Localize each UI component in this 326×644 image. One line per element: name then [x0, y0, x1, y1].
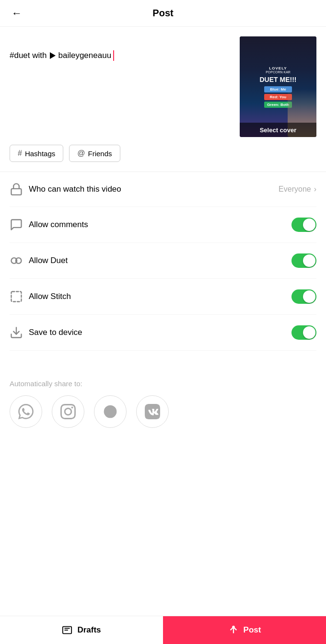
drafts-button[interactable]: Drafts [0, 616, 163, 644]
tag-buttons-area: # Hashtags @ Friends [0, 145, 326, 172]
thumb-line-1: LOVELY [269, 66, 287, 70]
save-toggle[interactable] [291, 325, 316, 340]
thumbnail-inner: LOVELY POPCORN KAR DUET ME!!! Blue: Me R… [240, 36, 316, 137]
hashtag-icon: # [18, 149, 22, 158]
page-title: Post [152, 8, 173, 19]
friends-button[interactable]: @ Friends [69, 145, 120, 162]
lock-icon [10, 183, 29, 196]
back-button[interactable]: ← [10, 5, 24, 22]
at-icon: @ [77, 149, 85, 158]
username-tag: baileygeneauu [58, 49, 112, 62]
setting-row-save[interactable]: Save to device [10, 315, 316, 351]
caption-input-area[interactable]: #duet with baileygeneauu [10, 36, 234, 75]
watch-label: Who can watch this video [29, 184, 279, 194]
share-section: Automatically share to: [0, 370, 326, 434]
thumb-line-3: DUET ME!!! [260, 76, 297, 83]
drafts-icon [62, 625, 72, 635]
watch-value-area: Everyone › [279, 185, 316, 194]
back-icon: ← [12, 7, 22, 19]
crosspost-icon [103, 404, 118, 419]
spacer [0, 351, 326, 370]
save-label: Save to device [29, 328, 291, 337]
svg-point-5 [104, 405, 117, 418]
vk-share-button[interactable] [136, 395, 169, 428]
hashtags-button[interactable]: # Hashtags [10, 145, 63, 162]
instagram-icon [60, 404, 76, 419]
stitch-icon [10, 290, 29, 303]
vk-icon [145, 404, 160, 419]
share-label: Automatically share to: [10, 380, 316, 388]
duet-icon [10, 254, 29, 267]
setting-row-comments[interactable]: Allow comments [10, 207, 316, 243]
tiktok-crosspost-button[interactable] [94, 395, 127, 428]
video-thumbnail[interactable]: LOVELY POPCORN KAR DUET ME!!! Blue: Me R… [240, 36, 316, 137]
friends-label: Friends [88, 150, 112, 158]
svg-rect-0 [12, 189, 22, 195]
download-icon [10, 326, 29, 339]
comments-label: Allow comments [29, 220, 291, 230]
toggle-knob-duet [303, 254, 315, 267]
svg-rect-3 [12, 292, 22, 302]
caption-text: #duet with baileygeneauu [10, 36, 234, 75]
setting-row-watch[interactable]: Who can watch this video Everyone › [10, 172, 316, 207]
toggle-knob [303, 218, 315, 231]
instagram-share-button[interactable] [52, 395, 84, 428]
bottom-buttons-bar: Drafts Post [0, 616, 326, 644]
drafts-label: Drafts [77, 625, 101, 635]
play-icon [50, 52, 56, 59]
setting-row-duet[interactable]: Allow Duet [10, 243, 316, 279]
share-icons-row [10, 395, 316, 428]
duet-toggle[interactable] [291, 253, 316, 268]
toggle-knob-save [303, 326, 315, 339]
stitch-toggle[interactable] [291, 289, 316, 304]
settings-list: Who can watch this video Everyone › Allo… [0, 172, 326, 351]
hashtags-label: Hashtags [25, 150, 55, 158]
watch-value: Everyone [279, 185, 311, 194]
toggle-knob-stitch [303, 290, 315, 303]
caption-area: #duet with baileygeneauu LOVELY POPCORN … [0, 27, 326, 145]
comments-toggle[interactable] [291, 218, 316, 232]
post-button[interactable]: Post [163, 616, 326, 644]
duet-label: Allow Duet [29, 256, 291, 265]
post-icon [228, 625, 239, 635]
whatsapp-share-button[interactable] [10, 395, 42, 428]
select-cover-bar[interactable]: Select cover [240, 123, 316, 137]
comment-icon [10, 218, 29, 231]
post-label: Post [244, 625, 261, 635]
thumb-line-2: POPCORN KAR [266, 70, 291, 74]
setting-row-stitch[interactable]: Allow Stitch [10, 279, 316, 315]
stitch-label: Allow Stitch [29, 292, 291, 301]
text-cursor [113, 50, 114, 61]
chevron-icon: › [314, 185, 316, 194]
whatsapp-icon [18, 404, 34, 419]
select-cover-label: Select cover [260, 126, 297, 134]
header: ← Post [0, 0, 326, 27]
svg-point-11 [232, 626, 235, 629]
bottom-spacer [0, 434, 326, 477]
duet-prefix: #duet with [10, 49, 47, 62]
